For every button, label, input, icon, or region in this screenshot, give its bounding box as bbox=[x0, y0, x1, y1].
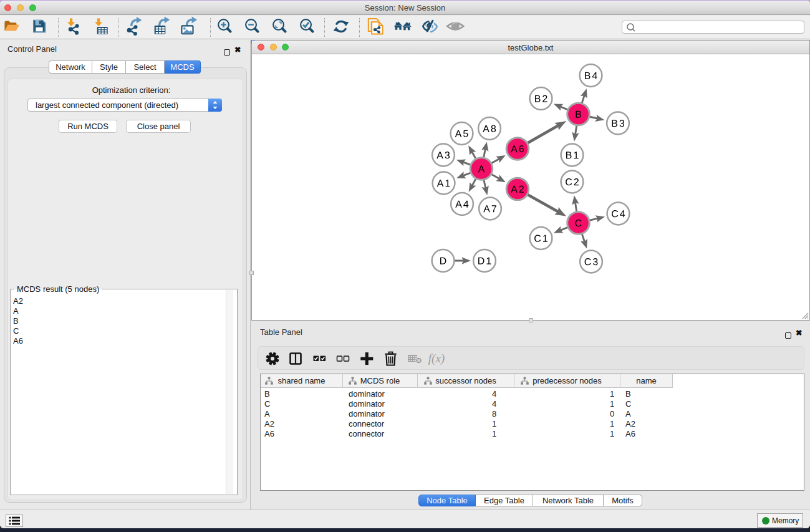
svg-text:f(x): f(x) bbox=[428, 352, 445, 365]
